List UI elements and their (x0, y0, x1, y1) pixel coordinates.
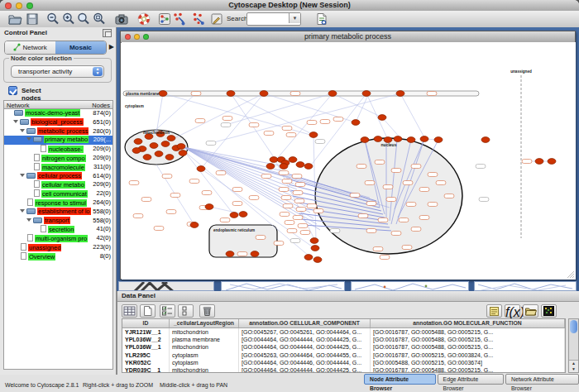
tab-mosaic[interactable]: Mosaic (55, 41, 106, 54)
tree-row[interactable]: metabolic process280(0) (4, 127, 112, 136)
network-overview-icon[interactable] (157, 12, 172, 26)
formula-icon[interactable]: f(x) (505, 304, 520, 318)
tree-row[interactable]: cell communicat22(0) (4, 189, 112, 198)
tree-row-count: 558(0) (93, 217, 111, 226)
matrix-icon[interactable] (541, 304, 557, 318)
combo-stepper-icon[interactable]: ▲▼ (93, 67, 103, 76)
network-window[interactable]: primary metabolic process plasma membran… (120, 31, 576, 280)
expand-triangle-icon[interactable] (26, 218, 31, 222)
table-cell: [GO:0016787, GO:0005215, GO:0003824, G..… (371, 351, 565, 359)
tree-row[interactable]: multi-organism pro42(0) (4, 234, 112, 243)
tree-row[interactable]: macromolecule311(0) (4, 163, 112, 172)
search-dropdown-arrow[interactable]: ▼ (289, 13, 300, 23)
table-cell: YDR039C__1 (122, 366, 170, 373)
zoom-out-icon[interactable] (45, 12, 60, 26)
tree-row-count: 209(0) (93, 145, 111, 154)
notepad-icon[interactable] (486, 304, 502, 318)
tree-row-count: 42(0) (96, 234, 111, 243)
column-header[interactable]: _cellularLayoutRegion (170, 319, 239, 327)
table-cell: mitochondrion (170, 328, 239, 336)
layout-b-icon[interactable] (191, 12, 206, 26)
tree-row[interactable]: unassigned223(0) (4, 243, 112, 252)
tree-row[interactable]: transport558(0) (4, 217, 112, 226)
zoom-in-icon[interactable] (61, 12, 76, 26)
svg-text:endoplasmic reticulum: endoplasmic reticulum (213, 228, 255, 232)
table-row[interactable]: YJR121W__1mitochondrion[GO:0045267, GO:0… (122, 328, 565, 336)
table-row[interactable]: YPL036W__2plasma membrane[GO:0044464, GO… (122, 336, 565, 343)
network-canvas[interactable]: plasma membranecytoplasmmitochondrionnuc… (122, 42, 576, 283)
tree-row[interactable]: Overview8(0) (4, 252, 112, 261)
folder-icon (14, 110, 23, 116)
svg-text:mitochondrion: mitochondrion (143, 131, 170, 135)
tree-row-label: transport (44, 217, 70, 224)
scrollbar-thumb[interactable] (570, 320, 577, 333)
scrollbar-arrows[interactable]: ▲▼ (569, 360, 578, 372)
tree-row[interactable]: biological_process651(0) (4, 118, 112, 127)
table-cell: [GO:0016787, GO:0005488, GO:0005215, G..… (371, 366, 565, 373)
attribute-table[interactable]: ID_cellularLayoutRegionannotation.GO CEL… (122, 318, 566, 373)
tab-network[interactable]: Network (5, 41, 55, 54)
network-thumbnail-3[interactable] (474, 281, 577, 291)
tree-row-count: 223(0) (93, 243, 111, 252)
tree-row[interactable]: nucleobase-209(0) (4, 145, 112, 154)
column-header[interactable]: annotation.GO MOLECULAR_FUNCTION (371, 319, 565, 327)
status-welcome: Welcome to Cytoscape 2.8.1 (5, 382, 79, 388)
attribute-table-icon[interactable] (122, 304, 137, 318)
expand-triangle-icon[interactable] (26, 137, 31, 141)
annotation-icon[interactable] (209, 12, 224, 26)
tree-row-label: unassigned (28, 244, 61, 251)
tree-row[interactable]: mosaic-demo-yeast874(0) (4, 109, 112, 118)
zoom-fit-icon[interactable] (92, 12, 107, 26)
open-folder-icon[interactable] (7, 12, 22, 26)
node-color-select[interactable]: transporter activity ▲▼ (11, 65, 104, 78)
tree-header: Network Nodes (3, 100, 113, 109)
search-input[interactable]: ▼ (246, 12, 301, 26)
tree-row-label: metabolic process (37, 127, 89, 135)
more-tabs-arrow[interactable]: ▶ (109, 43, 114, 50)
tree-row-label: Overview (28, 253, 55, 261)
table-row[interactable]: YKR052Ccytoplasm[GO:0044464, GO:0044446,… (122, 359, 565, 366)
layout-a-icon[interactable] (172, 12, 187, 26)
expand-triangle-icon[interactable] (13, 120, 18, 123)
table-cell: [GO:0016787, GO:0005488, GO:0005215, G..… (371, 336, 565, 343)
unselect-attributes-icon[interactable] (178, 304, 194, 318)
tree-row[interactable]: cellular process614(0) (4, 172, 112, 181)
save-icon[interactable] (25, 12, 40, 26)
table-row[interactable]: YLR295Ccytoplasm[GO:0045263, GO:0044464,… (122, 351, 565, 359)
table-cell: mitochondrion (170, 343, 239, 351)
table-cell: [GO:0016787, GO:0005488, GO:0005215, G..… (371, 343, 565, 351)
create-attribute-icon[interactable] (140, 304, 156, 318)
expand-triangle-icon[interactable] (20, 209, 25, 213)
table-row[interactable]: YPL036W__1mitochondrion[GO:0044464, GO:0… (122, 343, 565, 351)
tree-row[interactable]: response to stimul264(0) (4, 198, 112, 208)
select-attributes-icon[interactable] (160, 304, 175, 318)
tree-row[interactable]: secretion41(0) (4, 225, 112, 234)
float-panel-icon[interactable] (103, 29, 112, 37)
cytoscape-window: Cytoscape Desktop (New Session) Search: … (0, 0, 579, 392)
snapshot-icon[interactable] (114, 12, 129, 26)
table-cell: YLR295C (122, 351, 170, 359)
network-desktop: primary metabolic process plasma membran… (117, 27, 579, 291)
tree-row[interactable]: establishment of lo558(0) (4, 208, 112, 217)
table-scrollbar[interactable]: ▲▼ (568, 318, 579, 373)
select-nodes-checkbox[interactable] (8, 86, 17, 95)
enhanced-search-icon[interactable] (314, 12, 329, 26)
main-toolbar: Search: ▼ (0, 11, 579, 28)
tree-row[interactable]: cellular metabo209(0) (4, 180, 112, 189)
network-thumbnail-1[interactable] (221, 281, 345, 291)
import-attributes-icon[interactable] (523, 304, 538, 318)
help-ring-icon[interactable] (136, 12, 151, 26)
delete-attribute-icon[interactable] (199, 304, 215, 318)
expand-triangle-icon[interactable] (20, 174, 25, 177)
table-row[interactable]: YDR039C__1mitochondrion[GO:0044464, GO:0… (122, 366, 565, 373)
network-thumbnail-2[interactable] (351, 281, 469, 291)
tree-row[interactable]: primary metabo209(... (4, 136, 112, 145)
column-header[interactable]: annotation.GO CELLULAR_COMPONENT (239, 319, 371, 327)
network-window-titlebar: primary metabolic process (121, 31, 575, 43)
attribute-table-header[interactable]: ID_cellularLayoutRegionannotation.GO CEL… (122, 319, 565, 328)
document-icon (21, 243, 26, 251)
column-header[interactable]: ID (122, 319, 170, 327)
tree-row[interactable]: nitrogen compo209(0) (4, 154, 112, 163)
zoom-selected-icon[interactable] (76, 12, 91, 26)
expand-triangle-icon[interactable] (20, 129, 25, 132)
